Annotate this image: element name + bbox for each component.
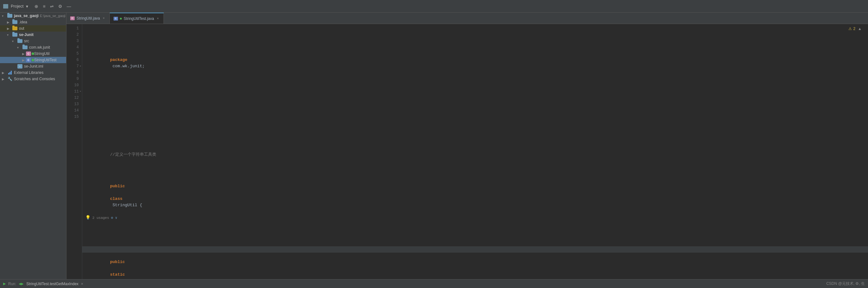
- expand-arrow-ext: ▶: [2, 71, 7, 75]
- usage-actions: ⚙ ∨: [111, 215, 117, 221]
- code-line-3: [82, 114, 868, 120]
- expand-arrow-pkg: ▾: [17, 46, 22, 49]
- sidebar-item-stringutil[interactable]: ▶ C StringUtil: [0, 50, 66, 57]
- code-line-2: [82, 82, 868, 88]
- status-left: ▶ Run: ◀▶ StringUtilTest.testGetMaxIndex…: [3, 282, 83, 286]
- tree-label-com-wk-junit: com.wk.junit: [29, 45, 50, 49]
- tree-label-out: out: [19, 26, 24, 31]
- expand-arrow-out: ▶: [7, 27, 12, 30]
- line-num-6: 6: [66, 57, 82, 63]
- tree-label-idea: .idea: [19, 20, 27, 24]
- fold-arrow-7[interactable]: ▾: [80, 63, 81, 69]
- tab-stringutiltest[interactable]: C StringUtilTest.java ×: [110, 13, 164, 24]
- tree-label-src: src: [24, 39, 29, 43]
- usage-hint-container: 💡 2 usages ⚙ ∨: [85, 215, 117, 221]
- tab-stringutil[interactable]: C StringUtil.java ×: [66, 13, 110, 24]
- package-icon: [22, 45, 28, 49]
- src-folder-icon: [17, 39, 23, 43]
- editor-area: C StringUtil.java × C StringUtilTest.jav…: [66, 13, 868, 279]
- tab-icon-c-pink: C: [70, 16, 75, 20]
- project-icon: [3, 4, 8, 8]
- sidebar: ▾ java_se_gaoji E:\java_se_gaoji ▶ .idea…: [0, 13, 66, 279]
- run-target: StringUtilTest.testGetMaxIndex: [26, 282, 79, 286]
- indent-7: [110, 253, 120, 258]
- tab-bar: C StringUtil.java × C StringUtilTest.jav…: [66, 13, 868, 24]
- line-num-13: 13: [66, 101, 82, 107]
- sidebar-item-out[interactable]: ▶ out: [0, 25, 66, 32]
- add-icon[interactable]: ⊕: [34, 4, 38, 9]
- comment-line4: //定义一个字符串工具类: [110, 152, 156, 157]
- sidebar-item-stringutiltest[interactable]: ▶ C StringUtilTest: [0, 57, 66, 63]
- settings-icon[interactable]: ⚙: [58, 4, 62, 9]
- list-icon[interactable]: ≡: [43, 4, 45, 9]
- plain-package: com.wk.junit;: [110, 64, 145, 69]
- code-editor[interactable]: ⚠ 2 ▲ 1 2 3 4 5 6 7 ▾ 8 9 10 11: [66, 24, 868, 279]
- line-num-14: 14: [66, 107, 82, 114]
- expand-arrow: ▾: [2, 14, 7, 18]
- title-bar-icons: ⊕ ≡ ⇌ ⚙ —: [34, 4, 71, 9]
- idea-folder-icon: [12, 20, 18, 24]
- expand-arrow-scratches: ▶: [2, 77, 7, 81]
- line-num-15: 15: [66, 114, 82, 120]
- stringutiltest-class-icon: C: [27, 58, 33, 62]
- status-right: CSDN @元技术, ⚙, 生: [826, 281, 865, 286]
- title-bar: Project ▾ ⊕ ≡ ⇌ ⚙ —: [0, 0, 868, 13]
- swap-icon[interactable]: ⇌: [50, 4, 54, 9]
- tab-close-stringutiltest[interactable]: ×: [156, 16, 160, 21]
- line-num-3: 3: [66, 38, 82, 44]
- warning-indicator: ⚠ 2 ▲: [848, 27, 862, 31]
- tab-icon-c-blue: C: [114, 17, 118, 21]
- dropdown-arrow[interactable]: ▾: [26, 4, 28, 9]
- code-line-4: //定义一个字符串工具类: [82, 145, 868, 152]
- sidebar-item-com-wk-junit[interactable]: ▾ com.wk.junit: [0, 44, 66, 50]
- line-num-9: 9: [66, 76, 82, 82]
- tree-label-ext-lib: External Libraries: [14, 70, 43, 75]
- code-line-5: public class StringUtil {: [82, 177, 868, 183]
- sidebar-item-scratches[interactable]: ▶ 🔧 Scratches and Consoles: [0, 76, 66, 82]
- code-line-1: package com.wk.junit;: [82, 50, 868, 57]
- code-content[interactable]: package com.wk.junit; //定义一个字符串工具类 publi…: [82, 24, 868, 279]
- run-close[interactable]: ×: [81, 282, 83, 286]
- scratches-icon: 🔧: [7, 77, 13, 81]
- line-num-4: 4: [66, 44, 82, 50]
- expand-arrow-sejunit: ▾: [7, 33, 12, 37]
- tab-green-dot: [120, 18, 122, 20]
- bulb-icon[interactable]: 💡: [85, 215, 90, 221]
- scroll-up-arrow[interactable]: ▲: [858, 27, 862, 31]
- tab-label-stringutiltest: StringUtilTest.java: [124, 16, 154, 21]
- tree-label-path: E:\java_se_gaoji: [40, 14, 65, 18]
- sidebar-item-iml[interactable]: ▶ i se-Junit.iml: [0, 63, 66, 69]
- tab-label-stringutil: StringUtil.java: [76, 16, 100, 21]
- warning-count: 2: [853, 27, 855, 31]
- minimize-icon[interactable]: —: [67, 4, 71, 9]
- sidebar-item-java-se-gaoji[interactable]: ▾ java_se_gaoji E:\java_se_gaoji: [0, 13, 66, 19]
- iml-icon: i: [17, 64, 23, 69]
- plain-5a: [110, 190, 113, 195]
- run-icon2: ◀▶: [19, 282, 24, 285]
- out-folder-icon: [12, 26, 18, 31]
- kw-public-5: public: [110, 184, 125, 188]
- line-num-11: 11 ▾: [66, 88, 82, 95]
- sidebar-item-idea[interactable]: ▶ .idea: [0, 19, 66, 25]
- status-right-info: CSDN @元技术, ⚙, 生: [826, 281, 865, 286]
- code-line-7: public static void printNumber ( String …: [82, 246, 868, 253]
- line-num-10: 10: [66, 82, 82, 88]
- run-icon: ▶: [3, 282, 6, 286]
- code-line-8: if (str == null ){: [82, 278, 868, 279]
- sidebar-item-src[interactable]: ▾ src: [0, 38, 66, 44]
- plain-7a: [110, 266, 113, 271]
- kw-static: static: [110, 272, 125, 277]
- run-label: Run:: [8, 282, 16, 286]
- line-num-8: 8: [66, 69, 82, 76]
- expand-arrow-idea: ▶: [7, 21, 12, 24]
- fold-arrow-11[interactable]: ▾: [80, 88, 81, 95]
- tree-label-iml: se-Junit.iml: [24, 64, 43, 69]
- usage-hint-text: 2 usages: [92, 215, 109, 221]
- kw-public-7: public: [110, 260, 125, 264]
- sidebar-item-se-junit[interactable]: ▾ se-Junit: [0, 32, 66, 38]
- tab-close-stringutil[interactable]: ×: [102, 16, 106, 20]
- project-label[interactable]: Project: [11, 4, 23, 8]
- sidebar-item-external-libraries[interactable]: ▶ External Libraries: [0, 69, 66, 76]
- stringutil-class-icon: C: [27, 51, 33, 56]
- line-num-12: 12: [66, 95, 82, 101]
